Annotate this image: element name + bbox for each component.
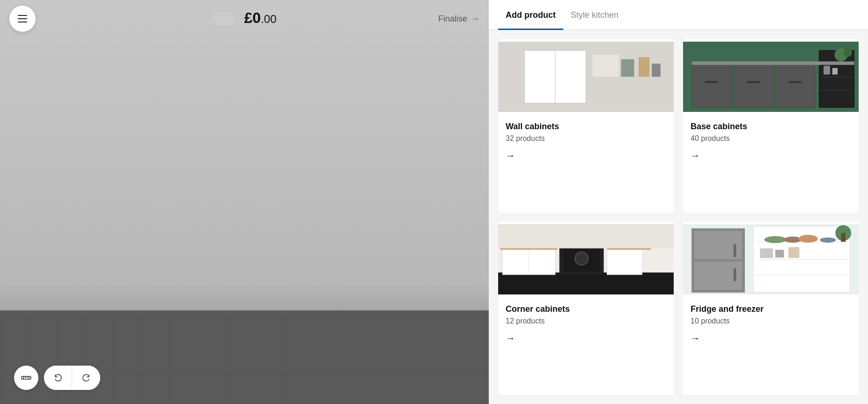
svg-rect-24 [821,77,852,77]
price-symbol: £ [244,9,253,26]
svg-rect-53 [756,259,848,260]
svg-rect-61 [788,247,799,257]
fridge-freezer-info: Fridge and freezer 10 products → [683,297,859,395]
tab-style-kitchen-label: Style kitchen [571,10,618,20]
base-cabinets-arrow[interactable]: → [691,150,851,161]
measure-button[interactable] [14,366,38,390]
product-card-wall-cabinets[interactable]: Wall cabinets 32 products → [498,39,674,213]
svg-rect-17 [734,64,773,108]
3d-viewport: £0.00 Finalise → [0,0,489,404]
tab-bar: Add product Style kitchen [489,0,868,30]
undo-redo-controls [44,366,100,390]
svg-point-55 [764,236,786,243]
svg-rect-19 [705,81,718,83]
undo-button[interactable] [44,366,72,390]
wall-cabinets-arrow[interactable]: → [506,150,666,161]
fridge-freezer-arrow[interactable]: → [691,333,851,344]
svg-rect-63 [841,233,846,242]
svg-rect-16 [692,64,731,108]
undo-icon [53,373,63,382]
svg-rect-50 [734,268,736,281]
finalise-label: Finalise [438,14,467,24]
fridge-freezer-image [683,222,859,297]
base-cabinets-title: Base cabinets [691,122,851,132]
svg-rect-59 [760,248,773,258]
product-card-corner-cabinets[interactable]: Corner cabinets 12 products → [498,222,674,395]
svg-rect-21 [788,81,802,83]
svg-rect-60 [775,250,784,257]
wall-cabinets-image [498,39,674,114]
price-integer: 0 [252,9,261,26]
svg-rect-39 [607,248,642,274]
svg-point-38 [575,252,588,265]
svg-rect-18 [775,64,815,108]
wall-cabinets-info: Wall cabinets 32 products → [498,114,674,213]
product-card-base-cabinets[interactable]: Base cabinets 40 products → [683,39,859,213]
base-cabinets-count: 40 products [691,134,851,143]
product-card-fridge-freezer[interactable]: Fridge and freezer 10 products → [683,222,859,395]
svg-rect-9 [593,55,619,77]
svg-rect-27 [832,68,838,74]
corner-cabinets-info: Corner cabinets 12 products → [498,297,674,395]
finalise-arrow: → [471,14,479,24]
measure-icon [21,372,32,383]
price-decimal: .00 [261,13,276,25]
menu-line-2 [18,18,27,19]
corner-cabinets-arrow[interactable]: → [506,333,666,344]
price-toggle[interactable] [213,12,235,25]
svg-rect-49 [734,244,736,257]
right-panel: Add product Style kitchen [489,0,868,404]
menu-line-3 [18,22,27,22]
svg-rect-54 [756,274,848,275]
base-cabinets-image [683,39,859,114]
price-area: £0.00 [213,9,277,27]
base-cabinets-info: Base cabinets 40 products → [683,114,859,213]
svg-rect-28 [692,61,854,65]
svg-rect-25 [821,90,852,90]
tab-add-product-label: Add product [506,10,556,20]
svg-rect-20 [747,81,760,83]
redo-button[interactable] [72,366,100,390]
tab-add-product[interactable]: Add product [498,0,563,30]
svg-point-58 [820,237,836,242]
corner-cabinets-count: 12 products [506,317,666,325]
svg-rect-11 [639,57,649,77]
svg-point-57 [799,235,818,242]
svg-rect-43 [498,224,674,249]
corner-cabinets-image [498,222,674,297]
product-grid: Wall cabinets 32 products → [489,30,868,404]
svg-rect-10 [621,59,634,77]
wall-cabinets-title: Wall cabinets [506,122,666,132]
svg-point-30 [843,48,852,57]
top-bar: £0.00 Finalise → [0,0,489,37]
svg-rect-12 [652,64,661,77]
fridge-freezer-count: 10 products [691,317,851,325]
finalise-button[interactable]: Finalise → [438,14,479,24]
menu-line-1 [18,15,27,16]
redo-icon [81,373,91,382]
menu-button[interactable] [9,6,36,32]
svg-rect-26 [824,66,830,75]
svg-rect-32 [498,272,674,294]
floor-grid [0,310,489,404]
fridge-freezer-title: Fridge and freezer [691,304,851,314]
price-display: £0.00 [244,9,277,27]
corner-cabinets-title: Corner cabinets [506,304,666,314]
tab-style-kitchen[interactable]: Style kitchen [563,0,626,30]
bottom-controls [14,366,100,390]
wall-cabinets-count: 32 products [506,134,666,143]
svg-rect-0 [22,376,31,379]
